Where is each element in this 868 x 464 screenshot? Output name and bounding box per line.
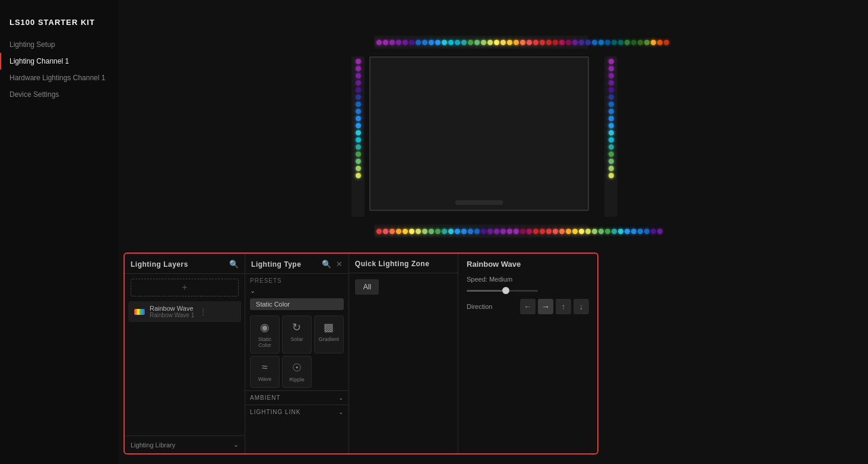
led-dot [481, 229, 486, 234]
led-dot [487, 40, 493, 45]
lighting-type-search-icon[interactable]: 🔍 [322, 260, 331, 269]
led-dot [409, 229, 414, 234]
speed-slider-thumb[interactable] [502, 287, 509, 294]
led-dot [559, 40, 565, 45]
type-gradient[interactable]: ▩ Gradient [314, 315, 344, 353]
speed-slider-fill [467, 290, 506, 292]
ambient-section[interactable]: AMBIENT ⌄ [245, 390, 349, 405]
led-dot [553, 40, 558, 45]
monitor-stand [455, 200, 503, 205]
type-static-color[interactable]: ◉ Static Color [250, 315, 280, 353]
led-dot [356, 137, 361, 143]
solar-icon: ↻ [292, 321, 301, 334]
lighting-library-label: Lighting Library [131, 441, 175, 449]
led-dot [520, 40, 525, 45]
led-dot [409, 40, 414, 45]
layer-name: Rainbow Wave [150, 305, 194, 312]
type-ripple[interactable]: ☉ Ripple [282, 356, 312, 388]
dir-down-button[interactable]: ↓ [574, 299, 589, 314]
led-dot [481, 40, 486, 45]
led-dot [383, 229, 388, 234]
led-dot [546, 40, 552, 45]
quick-zone-title: Quick Lighting Zone [355, 260, 430, 268]
led-dot [609, 173, 614, 178]
led-dot [356, 94, 361, 100]
sidebar-item-hardware-lightings[interactable]: Hardware Lightings Channel 1 [0, 70, 119, 86]
led-dot [609, 116, 614, 121]
led-dot [461, 229, 467, 234]
led-dot [403, 229, 408, 234]
add-layer-button[interactable]: + [131, 279, 239, 296]
led-dot [500, 40, 506, 45]
quick-zone-header: Quick Lighting Zone [349, 254, 458, 273]
led-dot [609, 59, 614, 64]
led-dot [356, 130, 361, 135]
static-color-icon: ◉ [260, 321, 270, 334]
led-dot [605, 40, 610, 45]
led-dot [448, 229, 454, 234]
led-dot [396, 40, 401, 45]
led-dot [631, 40, 636, 45]
led-dot [527, 40, 532, 45]
led-dot [579, 229, 584, 234]
led-dot [442, 229, 447, 234]
sidebar-item-lighting-channel[interactable]: Lighting Channel 1 [0, 53, 119, 70]
ripple-icon: ☉ [292, 361, 302, 374]
led-dot [533, 229, 538, 234]
lighting-layers-search-icon[interactable]: 🔍 [229, 260, 239, 269]
led-dot [383, 40, 388, 45]
sidebar-nav: Lighting Setup Lighting Channel 1 Hardwa… [0, 36, 119, 103]
led-dot [376, 40, 382, 45]
add-icon: + [182, 282, 187, 293]
led-dot [448, 40, 454, 45]
led-dot [585, 229, 591, 234]
led-dot [356, 166, 361, 171]
app-title: LS100 STARTER KIT [0, 18, 119, 36]
sidebar-item-device-settings[interactable]: Device Settings [0, 86, 119, 103]
lighting-layers-panel: Lighting Layers 🔍 + Rainbow Wave Rainbow… [125, 254, 245, 453]
lighting-library-footer[interactable]: Lighting Library ⌄ [125, 435, 245, 453]
led-dot [376, 229, 382, 234]
led-dot [356, 87, 361, 93]
dir-right-button[interactable]: → [538, 299, 553, 314]
led-dot [356, 173, 361, 178]
led-dot [356, 159, 361, 164]
led-dot [609, 123, 614, 128]
led-dot [356, 59, 361, 64]
ambient-label: AMBIENT [250, 394, 280, 401]
type-solar[interactable]: ↻ Solar [282, 315, 312, 353]
led-dot [609, 87, 614, 93]
speed-row: Speed: Medium [467, 276, 589, 283]
led-dot [442, 40, 447, 45]
lighting-type-close-icon[interactable]: ✕ [336, 260, 343, 269]
type-wave[interactable]: ≈ Wave [250, 356, 280, 388]
led-dot [638, 40, 643, 45]
layer-item[interactable]: Rainbow Wave Rainbow Wave 1 ⋮ [128, 301, 241, 322]
dir-left-button[interactable]: ← [520, 299, 536, 314]
lighting-link-chevron-icon: ⌄ [338, 409, 344, 415]
led-dot [657, 229, 663, 234]
led-dot [429, 40, 434, 45]
layer-more-icon[interactable]: ⋮ [199, 307, 207, 317]
led-dot [598, 229, 604, 234]
led-dot [625, 40, 630, 45]
led-dot [609, 130, 614, 135]
led-dot [609, 166, 614, 171]
dir-up-button[interactable]: ↑ [556, 299, 571, 314]
lighting-library-chevron-icon: ⌄ [233, 441, 239, 449]
led-dot [572, 40, 578, 45]
led-strip-left [351, 56, 365, 217]
sidebar-item-lighting-setup[interactable]: Lighting Setup [0, 36, 119, 53]
led-dot [657, 40, 663, 45]
led-dot [356, 80, 361, 86]
zone-all-button[interactable]: All [355, 279, 379, 295]
main-area: Lighting Layers 🔍 + Rainbow Wave Rainbow… [119, 0, 868, 464]
led-dot [455, 40, 460, 45]
layer-sublabel: Rainbow Wave 1 [150, 312, 194, 318]
led-dot [546, 229, 552, 234]
lighting-link-section[interactable]: LIGHTING LINK ⌄ [245, 405, 349, 419]
led-dot [609, 144, 614, 150]
led-dot [559, 229, 565, 234]
speed-slider-track[interactable] [467, 290, 538, 292]
presets-dropdown[interactable]: ⌄ [250, 287, 344, 295]
